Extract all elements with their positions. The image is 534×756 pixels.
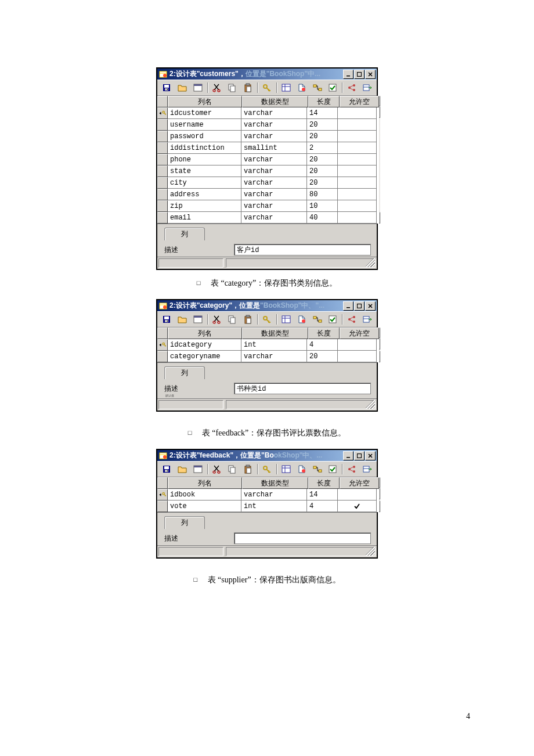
table-row[interactable]: vote int 4 [157, 501, 379, 512]
window-icon[interactable] [192, 313, 204, 326]
length-cell[interactable]: 4 [307, 501, 338, 512]
data-type-cell[interactable]: varchar [241, 107, 307, 119]
header-length[interactable]: 长度 [308, 327, 340, 339]
allow-null-cell[interactable] [338, 501, 377, 512]
vertical-scrollbar[interactable] [379, 477, 380, 512]
scroll-up-icon[interactable] [379, 106, 380, 118]
data-type-cell[interactable]: varchar [241, 212, 307, 224]
minimize-button[interactable] [343, 70, 353, 79]
allow-null-cell[interactable] [338, 351, 377, 362]
vertical-scrollbar[interactable] [379, 96, 380, 224]
data-type-cell[interactable]: varchar [241, 131, 307, 142]
header-data-type[interactable]: 数据类型 [242, 96, 308, 107]
col-name-cell[interactable]: idcustomer [168, 107, 241, 119]
copy-icon[interactable] [226, 313, 239, 326]
row-header[interactable] [157, 501, 168, 512]
row-header[interactable] [157, 189, 168, 200]
length-cell[interactable]: 20 [307, 165, 338, 177]
data-type-cell[interactable]: varchar [241, 177, 307, 189]
length-cell[interactable]: 2 [307, 142, 338, 154]
col-name-cell[interactable]: categoryname [168, 351, 241, 362]
header-allow-null[interactable]: 允许空 [340, 477, 379, 489]
titlebar[interactable]: 2:设计表"category"，位置是"BookShop"中、"... [157, 300, 377, 311]
table-row[interactable]: city varchar 20 [157, 177, 379, 189]
row-header[interactable] [157, 339, 168, 351]
header-col-name[interactable]: 列名 [168, 477, 242, 489]
length-cell[interactable]: 20 [307, 351, 338, 362]
allow-null-cell[interactable] [338, 119, 377, 131]
scroll-down-icon[interactable] [379, 212, 380, 224]
resize-grip-icon[interactable] [366, 258, 375, 267]
tab-columns[interactable]: 列 [164, 366, 205, 379]
row-header[interactable] [157, 489, 168, 501]
scroll-down-icon[interactable] [379, 351, 380, 362]
allow-null-cell[interactable] [338, 212, 377, 224]
length-cell[interactable]: 20 [307, 131, 338, 142]
table-row[interactable]: username varchar 20 [157, 119, 379, 131]
scroll-up-icon[interactable] [379, 338, 380, 350]
data-type-cell[interactable]: varchar [241, 200, 307, 212]
scroll-down-icon[interactable] [379, 501, 380, 512]
length-cell[interactable]: 20 [307, 154, 338, 165]
header-allow-null[interactable]: 允许空 [340, 327, 379, 339]
allow-null-cell[interactable] [338, 165, 377, 177]
paste-icon[interactable] [241, 81, 254, 94]
table-row[interactable]: password varchar 20 [157, 131, 379, 142]
data-type-cell[interactable]: varchar [241, 351, 307, 362]
col-name-cell[interactable]: idbook [168, 489, 241, 501]
length-cell[interactable]: 20 [307, 119, 338, 131]
length-cell[interactable]: 10 [307, 200, 338, 212]
description-input[interactable] [234, 532, 371, 544]
row-header[interactable] [157, 165, 168, 177]
paste-icon[interactable] [241, 463, 254, 476]
row-header[interactable] [157, 154, 168, 165]
data-type-cell[interactable]: int [241, 339, 307, 351]
table-row[interactable]: email varchar 40 [157, 212, 379, 224]
check-icon[interactable] [326, 313, 339, 326]
description-input[interactable]: 客户id [234, 244, 371, 255]
index-icon[interactable] [295, 81, 308, 94]
share-icon[interactable] [345, 463, 358, 476]
table-row[interactable]: zip varchar 10 [157, 200, 379, 212]
header-length[interactable]: 长度 [308, 96, 340, 107]
data-type-cell[interactable]: varchar [241, 119, 307, 131]
data-type-cell[interactable]: int [241, 501, 307, 512]
vertical-scrollbar[interactable] [379, 327, 380, 362]
relation-icon[interactable] [311, 313, 324, 326]
table-row[interactable]: state varchar 20 [157, 165, 379, 177]
table-row[interactable]: address varchar 80 [157, 189, 379, 200]
col-name-cell[interactable]: vote [168, 501, 241, 512]
table-go-icon[interactable] [361, 81, 374, 94]
check-icon[interactable] [326, 463, 339, 476]
open-icon[interactable] [176, 463, 189, 476]
maximize-button[interactable] [354, 301, 365, 311]
length-cell[interactable]: 14 [307, 107, 338, 119]
open-icon[interactable] [176, 313, 189, 326]
length-cell[interactable]: 40 [307, 212, 338, 224]
cut-icon[interactable] [211, 313, 223, 326]
minimize-button[interactable] [343, 301, 353, 311]
header-length[interactable]: 长度 [308, 477, 340, 489]
table-props-icon[interactable] [280, 313, 293, 326]
close-button[interactable] [365, 451, 376, 460]
save-icon[interactable] [160, 313, 173, 326]
allow-null-cell[interactable] [338, 177, 377, 189]
table-go-icon[interactable] [361, 313, 374, 326]
key-icon[interactable] [261, 313, 273, 326]
header-allow-null[interactable]: 允许空 [340, 96, 379, 107]
allow-null-cell[interactable] [338, 189, 377, 200]
cut-icon[interactable] [211, 463, 223, 476]
copy-icon[interactable] [226, 463, 239, 476]
table-props-icon[interactable] [280, 463, 293, 476]
header-col-name[interactable]: 列名 [168, 327, 242, 339]
table-row[interactable]: categoryname varchar 20 [157, 351, 379, 362]
col-name-cell[interactable]: city [168, 177, 241, 189]
table-row[interactable]: idbook varchar 14 [157, 489, 379, 501]
save-icon[interactable] [160, 81, 173, 94]
minimize-button[interactable] [343, 451, 353, 460]
close-button[interactable] [365, 70, 376, 79]
table-row[interactable]: phone varchar 20 [157, 154, 379, 165]
tab-columns[interactable]: 列 [164, 516, 205, 529]
col-name-cell[interactable]: username [168, 119, 241, 131]
table-row[interactable]: iddistinction smallint 2 [157, 142, 379, 154]
